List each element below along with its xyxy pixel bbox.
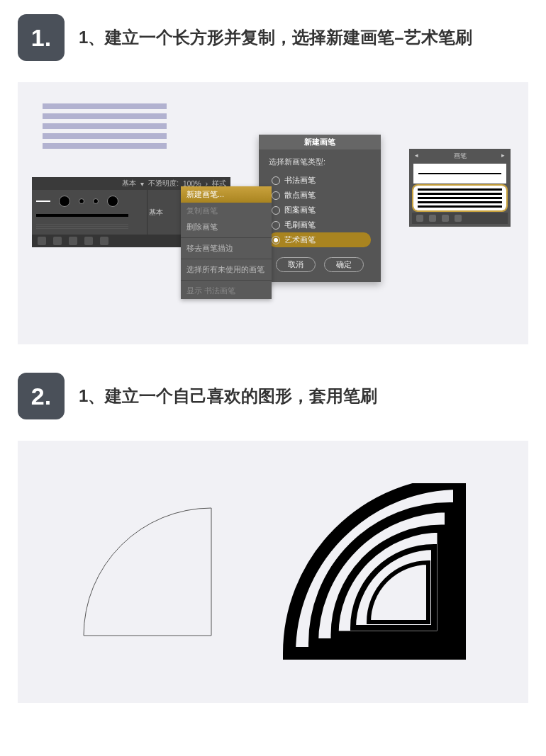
step-2-content <box>18 441 528 703</box>
step-1-title: 1、建立一个长方形并复制，选择新建画笔–艺术笔刷 <box>79 26 472 49</box>
brush-thumbnails <box>32 190 147 235</box>
radio-calligraphic-brush[interactable]: 书法画笔 <box>269 173 371 188</box>
dialog-label: 选择新画笔类型: <box>269 157 371 167</box>
radio-art-brush[interactable]: 艺术画笔 <box>269 232 371 247</box>
filled-quarter-shape <box>282 483 467 660</box>
step-1-header: 1. 1、建立一个长方形并复制，选择新建画笔–艺术笔刷 <box>18 14 528 61</box>
menu-item-duplicate-brush[interactable]: 复制画笔 <box>181 203 272 219</box>
cancel-button[interactable]: 取消 <box>276 257 316 272</box>
step-1-content: 基本 ▾ 不透明度: 100% › 样式 <box>18 82 528 344</box>
menu-item-remove-brush[interactable]: 删除画笔 <box>181 219 272 235</box>
menu-item-select-unused[interactable]: 选择所有未使用的画笔 <box>181 261 272 278</box>
new-brush-dialog: 新建画笔 选择新画笔类型: 书法画笔 散点画笔 图案画笔 毛刷画笔 艺术画笔 取… <box>259 135 381 282</box>
basic-label: 基本 <box>122 179 136 188</box>
step-2-header: 2. 1、建立一个自己喜欢的图形，套用笔刷 <box>18 373 528 419</box>
menu-item-show-brush[interactable]: 显示 书法画笔 <box>181 283 272 299</box>
panel-cluster: 基本 ▾ 不透明度: 100% › 样式 <box>32 177 514 282</box>
step-2-number-badge: 2. <box>18 373 65 419</box>
brush-side-label: 基本 <box>147 190 165 235</box>
brush-preview-panel: ◂画笔▸ <box>409 149 511 227</box>
outline-quarter-shape <box>80 504 215 639</box>
brush-context-menu: 新建画笔... 复制画笔 删除画笔 移去画笔描边 选择所有未使用的画笔 显示 书… <box>181 186 272 299</box>
preview-thumb-stripes[interactable] <box>413 186 506 210</box>
radio-pattern-brush[interactable]: 图案画笔 <box>269 203 371 218</box>
radio-scatter-brush[interactable]: 散点画笔 <box>269 188 371 203</box>
preview-thumb-1[interactable] <box>413 164 506 184</box>
dialog-title: 新建画笔 <box>259 135 381 149</box>
menu-item-clear-stroke[interactable]: 移去画笔描边 <box>181 240 272 256</box>
step-1-section: 1. 1、建立一个长方形并复制，选择新建画笔–艺术笔刷 基本 ▾ 不透明度: 1… <box>0 0 546 359</box>
radio-bristle-brush[interactable]: 毛刷画笔 <box>269 218 371 232</box>
preview-title: 画笔 <box>454 152 467 162</box>
step-2-section: 2. 1、建立一个自己喜欢的图形，套用笔刷 <box>0 359 546 717</box>
ok-button[interactable]: 确定 <box>324 257 364 272</box>
menu-item-new-brush[interactable]: 新建画笔... <box>181 186 272 203</box>
step-2-title: 1、建立一个自己喜欢的图形，套用笔刷 <box>79 385 377 407</box>
opacity-label: 不透明度: <box>148 179 179 188</box>
step-1-number-badge: 1. <box>18 14 65 61</box>
rectangle-stripes-shape <box>43 103 167 149</box>
